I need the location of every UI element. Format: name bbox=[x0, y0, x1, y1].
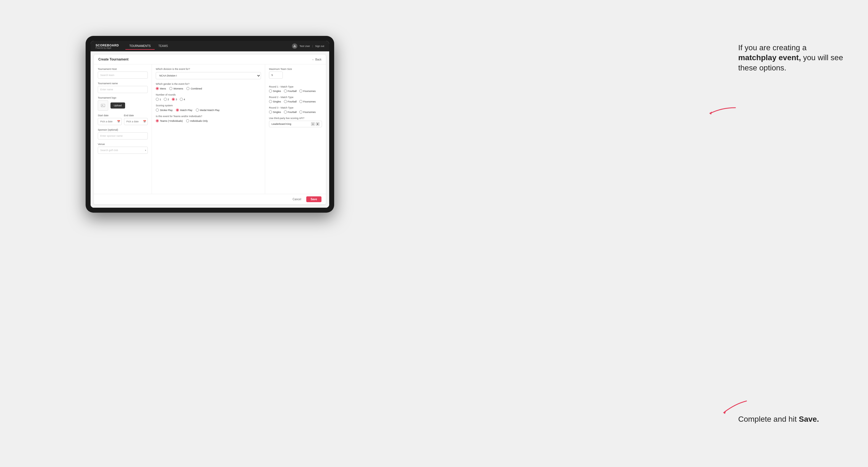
round3-match-section: Round 3 - Match Type Singles Fourball bbox=[269, 106, 322, 114]
round3-fourball-label: Fourball bbox=[288, 111, 297, 114]
annotation-text-2: Complete and hit Save. bbox=[738, 414, 843, 424]
venue-label: Venue bbox=[98, 143, 148, 146]
round2-singles-label: Singles bbox=[273, 100, 281, 103]
round1-singles[interactable]: Singles bbox=[269, 90, 281, 93]
sponsor-label: Sponsor (optional) bbox=[98, 128, 148, 131]
round-3-label: 3 bbox=[176, 98, 177, 101]
round2-foursomes[interactable]: Foursomes bbox=[299, 100, 316, 103]
dates-group: Start date 📅 End date 📅 bbox=[98, 114, 148, 125]
tab-teams[interactable]: TEAMS bbox=[155, 43, 172, 50]
round-4-label: 4 bbox=[184, 98, 185, 101]
round1-foursomes[interactable]: Foursomes bbox=[299, 90, 316, 93]
tablet-frame: SCOREBOARD Powered by clippit TOURNAMENT… bbox=[86, 36, 334, 213]
round3-foursomes-label: Foursomes bbox=[303, 111, 316, 114]
division-select[interactable]: NCAA Division I NCAA Division II NCAA Di… bbox=[156, 72, 261, 79]
tournament-name-group: Tournament name bbox=[98, 82, 148, 93]
tournament-host-group: Tournament Host bbox=[98, 68, 148, 79]
calendar-icon-2: 📅 bbox=[143, 120, 146, 123]
sponsor-input[interactable] bbox=[98, 132, 148, 139]
back-button[interactable]: ← Back bbox=[312, 58, 321, 61]
venue-arrow-icon: ▾ bbox=[145, 149, 146, 152]
api-controls: × ▾ bbox=[311, 122, 319, 126]
round3-singles[interactable]: Singles bbox=[269, 111, 281, 114]
gender-combined-label: Combined bbox=[191, 87, 202, 90]
tablet-screen: SCOREBOARD Powered by clippit TOURNAMENT… bbox=[91, 41, 329, 208]
round2-foursomes-label: Foursomes bbox=[303, 100, 316, 103]
round3-fourball[interactable]: Fourball bbox=[284, 111, 297, 114]
gender-womens[interactable]: Womens bbox=[169, 87, 183, 90]
round1-foursomes-label: Foursomes bbox=[303, 90, 316, 93]
logo-text: SCOREBOARD bbox=[96, 44, 119, 47]
gender-mens-label: Mens bbox=[160, 87, 166, 90]
venue-input[interactable] bbox=[98, 147, 148, 154]
individuals-option[interactable]: Individuals Only bbox=[186, 119, 208, 122]
panel-footer: Cancel Save bbox=[94, 194, 326, 205]
api-expand-button[interactable]: ▾ bbox=[316, 122, 319, 126]
svg-marker-3 bbox=[709, 112, 712, 115]
end-date-wrapper: 📅 bbox=[124, 118, 148, 125]
gender-mens[interactable]: Mens bbox=[156, 87, 166, 90]
app-logo: SCOREBOARD Powered by clippit bbox=[96, 44, 119, 49]
end-date-group: End date 📅 bbox=[124, 114, 148, 125]
user-name: Test User bbox=[300, 45, 310, 48]
scoring-label: Scoring system bbox=[156, 104, 261, 107]
api-select-wrapper[interactable]: Leaderboard King × ▾ bbox=[269, 121, 322, 127]
tab-tournaments[interactable]: TOURNAMENTS bbox=[125, 43, 154, 50]
gender-combined[interactable]: Combined bbox=[186, 87, 202, 90]
tournament-logo-label: Tournament logo bbox=[98, 96, 148, 99]
scoring-stroke[interactable]: Stroke Play bbox=[156, 108, 173, 112]
division-group: Which division is the event for? NCAA Di… bbox=[156, 68, 261, 79]
api-group: Use third-party live scoring API? Leader… bbox=[269, 117, 322, 127]
logo-placeholder bbox=[98, 100, 108, 111]
round2-match-label: Round 2 - Match Type bbox=[269, 96, 322, 99]
start-date-label: Start date bbox=[98, 114, 122, 117]
scoring-medal-label: Medal Match Play bbox=[200, 109, 220, 112]
upload-button[interactable]: Upload bbox=[111, 102, 125, 108]
round2-fourball[interactable]: Fourball bbox=[284, 100, 297, 103]
round2-singles[interactable]: Singles bbox=[269, 100, 281, 103]
max-team-input[interactable] bbox=[269, 71, 283, 79]
teams-option-label: Teams (+Individuals) bbox=[160, 120, 183, 122]
gender-radio-group: Mens Womens Combined bbox=[156, 87, 261, 90]
rounds-radio-group: 1 2 3 bbox=[156, 98, 261, 101]
api-clear-button[interactable]: × bbox=[311, 122, 315, 126]
nav-right: Test User | Sign out bbox=[292, 43, 324, 49]
annotation-arrow-1 bbox=[705, 105, 738, 120]
round1-fourball[interactable]: Fourball bbox=[284, 90, 297, 93]
round-4[interactable]: 4 bbox=[180, 98, 185, 101]
api-value: Leaderboard King bbox=[272, 123, 291, 125]
scoring-radio-group: Stroke Play Match Play Medal Match Play bbox=[156, 108, 261, 112]
annotation-bold-1: matchplay event, bbox=[738, 53, 801, 62]
scoring-match-label: Match Play bbox=[180, 109, 192, 112]
max-team-label: Maximum Team Size bbox=[269, 68, 322, 70]
scoring-match[interactable]: Match Play bbox=[176, 108, 192, 112]
api-label: Use third-party live scoring API? bbox=[269, 117, 322, 120]
round3-match-label: Round 3 - Match Type bbox=[269, 106, 322, 109]
round3-foursomes[interactable]: Foursomes bbox=[299, 111, 316, 114]
round3-match-options: Singles Fourball Foursomes bbox=[269, 111, 322, 114]
round-3[interactable]: 3 bbox=[172, 98, 177, 101]
tournament-host-label: Tournament Host bbox=[98, 68, 148, 70]
tournament-host-input[interactable] bbox=[98, 71, 148, 79]
round2-fourball-label: Fourball bbox=[288, 100, 297, 103]
round1-singles-label: Singles bbox=[273, 90, 281, 93]
scoring-medal[interactable]: Medal Match Play bbox=[196, 108, 220, 112]
tournament-name-label: Tournament name bbox=[98, 82, 148, 85]
middle-column: Which division is the event for? NCAA Di… bbox=[152, 64, 265, 194]
round2-match-options: Singles Fourball Foursomes bbox=[269, 100, 322, 103]
page-title: Create Tournament bbox=[98, 57, 128, 61]
save-button[interactable]: Save bbox=[306, 196, 321, 202]
scoring-group: Scoring system Stroke Play Match Play bbox=[156, 104, 261, 112]
venue-group: Venue ▾ bbox=[98, 143, 148, 154]
annotation-arrow-2 bbox=[719, 398, 752, 416]
signout-link[interactable]: Sign out bbox=[315, 45, 324, 48]
round-2[interactable]: 2 bbox=[164, 98, 169, 101]
teams-label: Is this event for Teams and/or Individua… bbox=[156, 115, 261, 118]
max-team-group: Maximum Team Size bbox=[269, 68, 322, 82]
teams-option[interactable]: Teams (+Individuals) bbox=[156, 119, 183, 122]
round-1[interactable]: 1 bbox=[156, 98, 161, 101]
tournament-name-input[interactable] bbox=[98, 86, 148, 93]
nav-tabs: TOURNAMENTS TEAMS bbox=[125, 43, 172, 50]
gender-group: Which gender is the event for? Mens Wome… bbox=[156, 83, 261, 90]
cancel-button[interactable]: Cancel bbox=[290, 196, 304, 202]
